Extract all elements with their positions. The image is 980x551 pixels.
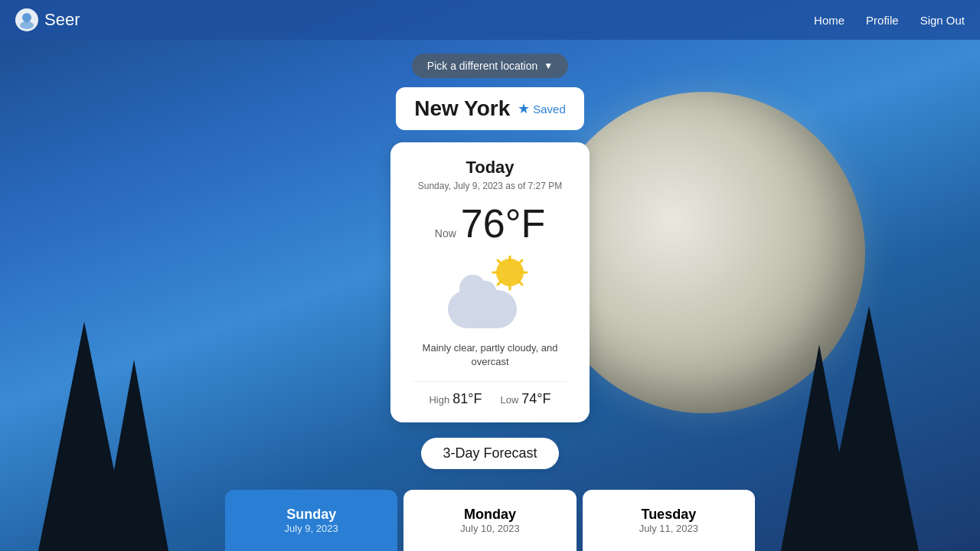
svg-point-2 <box>20 21 34 29</box>
logo-icon <box>15 8 38 31</box>
saved-badge: ★ Saved <box>518 100 566 117</box>
today-date: Sunday, July 9, 2023 as of 7:27 PM <box>413 181 567 191</box>
app-name: Seer <box>44 10 80 30</box>
saved-label: Saved <box>533 103 566 116</box>
high-label: High <box>429 394 449 406</box>
low-label: Low <box>500 394 518 406</box>
weather-icon <box>444 256 536 332</box>
city-header: New York ★ Saved <box>396 87 584 130</box>
forecast-section-label: 3-Day Forecast <box>421 438 558 469</box>
high-low-row: High 81°F Low 74°F <box>413 381 567 407</box>
weather-description: Mainly clear, partly cloudy, and overcas… <box>413 341 567 369</box>
logo: Seer <box>15 8 814 31</box>
signout-link[interactable]: Sign Out <box>920 14 965 27</box>
high-temp: 81°F <box>452 391 482 407</box>
chevron-down-icon: ▼ <box>544 60 553 71</box>
city-name: New York <box>414 96 510 121</box>
temperature-row: Now 76°F <box>413 201 567 246</box>
weather-card: Today Sunday, July 9, 2023 as of 7:27 PM… <box>390 142 590 422</box>
svg-line-9 <box>518 280 522 285</box>
svg-line-8 <box>498 260 502 265</box>
svg-line-10 <box>518 260 522 265</box>
location-picker-button[interactable]: Pick a different location ▼ <box>412 54 568 78</box>
home-link[interactable]: Home <box>814 14 844 27</box>
low-temp-item: Low 74°F <box>500 391 550 407</box>
profile-link[interactable]: Profile <box>866 14 899 27</box>
svg-line-11 <box>498 280 502 285</box>
navbar: Seer Home Profile Sign Out <box>0 0 980 40</box>
today-title: Today <box>413 158 567 178</box>
main-content: Pick a different location ▼ New York ★ S… <box>0 40 980 551</box>
nav-links: Home Profile Sign Out <box>814 14 965 27</box>
cloud-icon <box>448 290 517 328</box>
high-temp-item: High 81°F <box>429 391 482 407</box>
low-temp: 74°F <box>521 391 550 407</box>
star-icon: ★ <box>518 100 530 117</box>
temperature-display: 76°F <box>461 201 545 246</box>
svg-point-1 <box>22 13 31 22</box>
now-label: Now <box>435 227 456 240</box>
location-picker-label: Pick a different location <box>427 60 538 72</box>
